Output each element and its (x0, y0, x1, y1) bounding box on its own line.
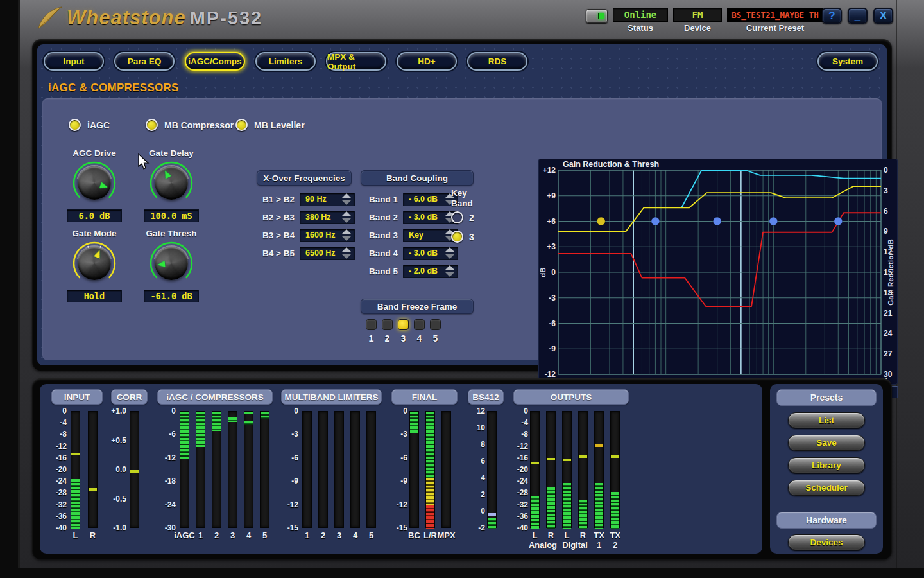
xover-value: 380 Hz (305, 213, 331, 222)
meter-segment (228, 417, 237, 422)
key-band-3-radio[interactable] (451, 231, 463, 243)
preset-value: BS_TEST21_MAYBE TH (727, 8, 823, 22)
meter-bar-iagc-5 (260, 411, 270, 528)
tab-input[interactable]: Input (44, 52, 104, 71)
tab-rds[interactable]: RDS (467, 52, 527, 71)
meter-bar-mbl-4 (350, 411, 360, 528)
mb-leveller-radio[interactable] (235, 119, 248, 131)
meter-channel-label: 1 (305, 530, 309, 540)
ytick-right: 24 (884, 329, 893, 338)
close-button[interactable]: X (873, 8, 893, 24)
knob-dial[interactable] (148, 159, 195, 207)
xover-select[interactable]: 6500 Hz (300, 247, 355, 260)
stepper-diamond-icon[interactable] (341, 247, 352, 259)
scale-tick: -24 (165, 500, 176, 509)
tab-limiters[interactable]: Limiters (255, 52, 316, 71)
xover-row-3: B3 > B41600 Hz (260, 228, 355, 242)
presets-list-button[interactable]: List (788, 412, 865, 428)
ytick-right: 21 (884, 309, 893, 318)
band-dot (834, 217, 843, 225)
meter-channel-label: 1 (198, 530, 203, 540)
tab-mpx-output[interactable]: MPX & Output (326, 52, 386, 71)
meter-bar-outputs-l (530, 411, 540, 528)
scale-tick: -36 (56, 512, 67, 521)
ytick-left: +9 (547, 191, 556, 200)
tab-iagc-comps[interactable]: iAGC/Comps (185, 52, 245, 71)
hardware-devices-button[interactable]: Devices (788, 534, 865, 550)
scale-tick: -24 (56, 477, 67, 486)
freeze-led-number: 4 (414, 333, 425, 344)
freeze-led-number: 3 (398, 333, 409, 344)
meter-channel-label: L (565, 530, 570, 540)
xover-value: 1600 Hz (305, 231, 336, 240)
knob-gate-thresh: Gate Thresh-61.0 dB (136, 229, 207, 302)
knob-value: -61.0 dB (144, 290, 199, 302)
coupling-select[interactable]: - 2.0 dB (403, 265, 458, 278)
meter-channel-label: 5 (262, 530, 267, 540)
coupling-select[interactable]: - 6.0 dB (403, 193, 458, 206)
coupling-select[interactable]: - 3.0 dB (403, 211, 458, 224)
meter-peak-mark (531, 462, 539, 464)
stepper-diamond-icon[interactable] (444, 265, 456, 277)
coupling-label: Band 1 (362, 195, 398, 204)
y-axis-label-left: dB (539, 267, 547, 277)
knob-label: Gate Thresh (136, 229, 207, 238)
status-caption: Status (628, 23, 653, 33)
knob-value: Hold (67, 290, 122, 302)
key-band-option-2: 2 (451, 211, 474, 223)
meter-frame: INPUT0-4-8-12-16-20-24-28-32-36-40LRCORR… (32, 378, 892, 559)
scale-tick: 0 (524, 407, 528, 416)
knob-dial[interactable] (148, 240, 195, 287)
meter-channel-label: 2 (214, 530, 219, 540)
stepper-diamond-icon[interactable] (341, 229, 352, 241)
tab-para-eq[interactable]: Para EQ (114, 52, 175, 71)
tab-hd[interactable]: HD+ (397, 52, 457, 71)
xover-select[interactable]: 1600 Hz (300, 229, 355, 242)
meter-bar-outputs-r (578, 411, 588, 528)
knob-face (155, 166, 188, 200)
stepper-diamond-icon[interactable] (341, 211, 352, 223)
coupling-select[interactable]: Key (403, 229, 458, 242)
stepper-diamond-icon[interactable] (341, 193, 352, 205)
tab-system[interactable]: System (817, 52, 878, 71)
meter-segment (611, 492, 619, 529)
knob-dial[interactable] (71, 240, 118, 287)
presets-save-button[interactable]: Save (788, 435, 865, 451)
minimize-button[interactable]: _ (848, 8, 868, 24)
connect-led-button[interactable] (586, 9, 608, 23)
coupling-select[interactable]: - 3.0 dB (403, 247, 458, 260)
meter-group-header-corr: CORR (111, 389, 148, 405)
meter-group-header-final: FINAL (391, 389, 458, 405)
coupling-label: Band 4 (362, 249, 398, 258)
meter-sub-label: Digital (562, 540, 588, 550)
key-band-2-radio[interactable] (451, 211, 463, 223)
meter-segment (71, 479, 80, 529)
help-button[interactable]: ? (822, 8, 842, 24)
meter-channel-label: L/R (424, 530, 437, 540)
meter-segment (180, 412, 189, 459)
xover-label: B1 > B2 (260, 195, 295, 204)
mb-leveller-toggle-label: MB Leveller (254, 120, 305, 130)
presets-panel: Presets List Save Library Scheduler Hard… (770, 384, 883, 554)
xover-select[interactable]: 380 Hz (300, 211, 355, 224)
knob-pointer (157, 261, 166, 268)
meter-bar-outputs-l (562, 411, 572, 528)
coupling-label: Band 5 (362, 267, 398, 276)
mb-compressor-radio[interactable] (146, 119, 158, 131)
title-bar: Wheatstone MP-532 Online Status FM Devic… (18, 0, 924, 40)
meters-panel: INPUT0-4-8-12-16-20-24-28-32-36-40LRCORR… (40, 384, 762, 554)
scale-tick: +0.5 (111, 436, 126, 445)
iagc-radio[interactable] (69, 119, 81, 131)
meter-peak-mark (547, 458, 555, 460)
stepper-diamond-icon[interactable] (444, 247, 456, 259)
ytick-left: +12 (543, 166, 556, 175)
knob-dial[interactable] (71, 159, 118, 207)
meter-bar-bs412-ch0 (487, 411, 497, 528)
meter-segment (426, 505, 434, 529)
freeze-led-5 (430, 319, 441, 330)
scale-tick: -28 (517, 488, 528, 497)
band-dot (769, 217, 778, 225)
presets-library-button[interactable]: Library (788, 457, 865, 473)
presets-scheduler-button[interactable]: Scheduler (788, 480, 865, 496)
xover-select[interactable]: 90 Hz (300, 193, 355, 206)
